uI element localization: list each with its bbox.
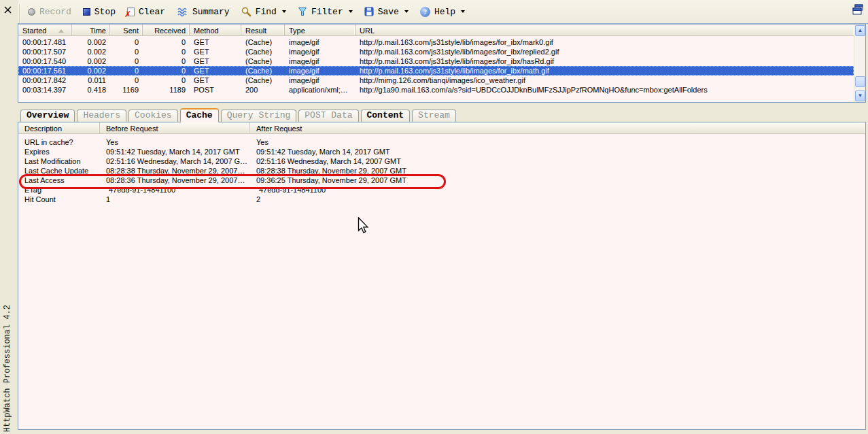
cell-time: 0.002	[72, 66, 110, 76]
tab-cookies[interactable]: Cookies	[128, 110, 178, 122]
dropdown-arrow-icon[interactable]	[282, 10, 286, 13]
record-icon	[28, 8, 35, 16]
close-icon[interactable]	[3, 5, 13, 15]
cache-detail-row[interactable]: Last Cache Update08:28:38 Thursday, Nove…	[18, 166, 865, 176]
dropdown-arrow-icon[interactable]	[404, 10, 409, 13]
column-header-method[interactable]: Method	[190, 24, 241, 35]
scroll-down-icon[interactable]: ▼	[855, 90, 865, 101]
toolbar-button-filter[interactable]: Filter	[293, 2, 360, 21]
cell-received: 0	[143, 76, 190, 85]
cell-url: http://p.mail.163.com/js31style/lib/imag…	[355, 56, 854, 66]
toolbar-button-record: Record	[23, 2, 78, 21]
cell-result: (Cache)	[241, 56, 285, 66]
cell-type: image/gif	[285, 66, 355, 76]
column-header-description[interactable]: Description	[18, 122, 100, 133]
window-left-strip: HttpWatch Professional 4.2	[0, 0, 18, 434]
cell-before-request: 09:51:42 Tuesday, March 14, 2017 GMT	[100, 147, 250, 156]
cell-description: Last Modification	[18, 156, 100, 166]
cell-url: http://p.mail.163.com/js31style/lib/imag…	[355, 37, 854, 47]
cell-description: Hit Count	[18, 195, 100, 204]
cell-type: image/gif	[285, 76, 355, 85]
cache-detail-row[interactable]: Hit Count12	[18, 195, 865, 204]
stop-icon	[83, 8, 90, 16]
request-row[interactable]: 00:00:17.5400.00200GET(Cache)image/gifht…	[18, 56, 854, 66]
app-title-vertical: HttpWatch Professional 4.2	[3, 305, 12, 432]
column-header-sent[interactable]: Sent	[110, 24, 143, 35]
column-header-label: Method	[194, 27, 219, 35]
request-row[interactable]: 00:03:14.3970.41811691189POST200applicat…	[18, 85, 854, 95]
cell-description: ETag	[18, 185, 100, 195]
cell-started: 00:00:17.507	[18, 47, 72, 56]
toolbar-button-help[interactable]: ?Help	[415, 2, 472, 21]
cell-sent: 0	[110, 47, 143, 56]
cache-detail-row[interactable]: URL in cache?YesYes	[18, 137, 865, 147]
scroll-up-icon[interactable]: ▲	[855, 25, 865, 36]
toolbar-button-stop[interactable]: Stop	[78, 2, 122, 21]
toolbar-button-label: Clear	[139, 7, 165, 17]
cache-detail-row[interactable]: Expires09:51:42 Tuesday, March 14, 2017 …	[18, 147, 865, 156]
cell-received: 0	[143, 37, 190, 47]
toolbar-button-find[interactable]: Find	[237, 2, 293, 21]
request-row[interactable]: 00:00:17.8420.01100GET(Cache)image/gifht…	[18, 76, 854, 85]
tab-query-string[interactable]: Query String	[221, 110, 297, 122]
cell-started: 00:00:17.842	[18, 76, 72, 85]
cell-before-request: 1	[100, 195, 250, 204]
toolbar-button-label: Save	[378, 7, 399, 17]
toolbar-button-summary[interactable]: Summary	[172, 2, 237, 21]
requests-scrollbar[interactable]: ▲ ▼	[854, 24, 865, 102]
request-row[interactable]: 00:00:17.5610.00200GET(Cache)image/gifht…	[18, 66, 854, 76]
tab-headers[interactable]: Headers	[77, 110, 126, 122]
toolbar-button-save[interactable]: Save	[360, 2, 415, 21]
cache-detail-pane: DescriptionBefore RequestAfter Request U…	[18, 122, 866, 430]
column-header-label: Result	[245, 27, 266, 35]
column-header-url[interactable]: URL	[355, 24, 854, 35]
tab-stream[interactable]: Stream	[412, 110, 456, 122]
toolbar-button-label: Find	[256, 7, 277, 17]
column-header-after-request[interactable]: After Request	[250, 122, 865, 133]
cache-detail-list: URL in cache?YesYesExpires09:51:42 Tuesd…	[18, 134, 865, 204]
cell-url: http://p.mail.163.com/js31style/lib/imag…	[355, 47, 854, 56]
scrollbar-thumb[interactable]	[855, 76, 865, 87]
cell-started: 00:00:17.540	[18, 56, 72, 66]
request-row[interactable]: 00:00:17.4810.00200GET(Cache)image/gifht…	[18, 37, 854, 47]
cell-sent: 1169	[110, 85, 143, 95]
column-header-started[interactable]: Started	[18, 24, 72, 35]
column-header-time[interactable]: Time	[72, 24, 110, 35]
tab-cache[interactable]: Cache	[180, 108, 219, 122]
cell-after-request: Yes	[250, 137, 865, 147]
cell-type: image/gif	[285, 47, 355, 56]
cell-sent: 0	[110, 76, 143, 85]
toolbar-button-label: Summary	[192, 7, 230, 17]
tab-post-data[interactable]: POST Data	[298, 110, 358, 122]
column-header-type[interactable]: Type	[285, 24, 355, 35]
cell-before-request: 02:51:16 Wednesday, March 14, 2007 G…	[100, 156, 250, 166]
summary-icon	[177, 7, 188, 17]
toolbar-button-clear[interactable]: ✗Clear	[122, 2, 172, 21]
column-header-result[interactable]: Result	[241, 24, 285, 35]
cell-url: http://mimg.126.com/tianqi/images/ico_we…	[355, 76, 854, 85]
cache-detail-column-headers: DescriptionBefore RequestAfter Request	[18, 122, 865, 134]
cell-time: 0.002	[72, 56, 110, 66]
tab-content[interactable]: Content	[361, 110, 411, 122]
column-header-received[interactable]: Received	[143, 24, 190, 35]
column-header-label: URL	[360, 27, 375, 35]
column-header-before-request[interactable]: Before Request	[100, 122, 250, 133]
cell-after-request: "47edd-91-14841100"	[250, 185, 865, 195]
dropdown-arrow-icon[interactable]	[461, 10, 465, 13]
cell-method: GET	[190, 56, 241, 66]
cell-received: 0	[143, 56, 190, 66]
cascade-windows-icon[interactable]	[852, 4, 864, 16]
cell-before-request: Yes	[100, 137, 250, 147]
cache-detail-row[interactable]: ETag"47edd-91-14841100""47edd-91-1484110…	[18, 185, 865, 195]
cell-before-request: "47edd-91-14841100"	[100, 185, 250, 195]
cache-detail-row[interactable]: Last Modification02:51:16 Wednesday, Mar…	[18, 156, 865, 166]
cell-started: 00:00:17.481	[18, 37, 72, 47]
tab-overview[interactable]: Overview	[20, 110, 75, 122]
dropdown-arrow-icon[interactable]	[349, 10, 353, 13]
toolbar-button-label: Record	[39, 7, 71, 17]
request-row[interactable]: 00:00:17.5070.00200GET(Cache)image/gifht…	[18, 47, 854, 56]
cache-detail-row[interactable]: Last Access08:28:36 Thursday, November 2…	[18, 176, 865, 185]
cell-after-request: 09:51:42 Tuesday, March 14, 2017 GMT	[250, 147, 865, 156]
cell-method: GET	[190, 47, 241, 56]
requests-column-headers: StartedTimeSentReceivedMethodResultTypeU…	[18, 24, 854, 36]
